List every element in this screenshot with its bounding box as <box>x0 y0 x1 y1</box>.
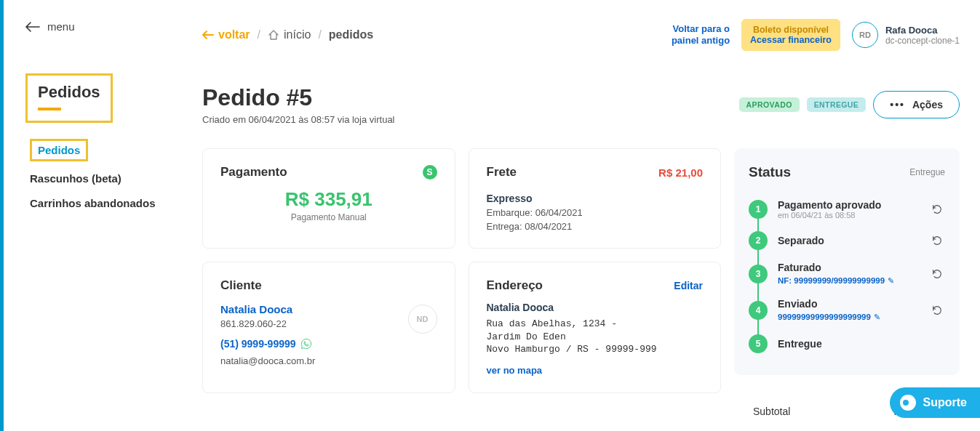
user-name: Rafa Dooca <box>885 25 960 36</box>
page-title: Pedido #5 <box>202 84 395 111</box>
avatar: RD <box>852 22 878 48</box>
address-line3: Novo Hamburgo / RS - 99999-999 <box>487 343 704 356</box>
user-box[interactable]: RD Rafa Dooca dc-concept-clone-1 <box>852 22 960 48</box>
shipping-type: Expresso <box>487 193 704 204</box>
pencil-icon[interactable]: ✎ <box>874 313 880 321</box>
payment-amount: R$ 335,91 <box>220 188 437 211</box>
sidebar-item-rascunhos[interactable]: Rascunhos (beta) <box>30 172 182 186</box>
breadcrumb-back[interactable]: voltar <box>202 28 250 41</box>
sidebar-item-carrinhos[interactable]: Carrinhos abandonados <box>30 196 182 211</box>
client-avatar: ND <box>408 305 437 334</box>
home-icon <box>268 30 279 40</box>
whatsapp-icon <box>300 338 312 350</box>
map-link[interactable]: ver no mapa <box>487 365 543 376</box>
timeline-step-1: 1 Pagamento aprovado em 06/04/21 às 08:5… <box>749 193 945 225</box>
chat-icon <box>900 395 916 411</box>
reload-icon[interactable] <box>929 266 945 282</box>
address-name: Natalia Dooca <box>487 302 704 313</box>
breadcrumb-home[interactable]: início <box>268 28 311 41</box>
sidebar-title-box: Pedidos <box>25 73 113 123</box>
user-org: dc-concept-clone-1 <box>885 36 960 46</box>
arrow-left-icon <box>202 31 214 39</box>
dollar-icon: S <box>423 165 437 180</box>
shipping-card: Frete R$ 21,00 Expresso Embarque: 06/04/… <box>469 148 722 249</box>
reload-icon[interactable] <box>929 233 945 249</box>
client-email: natalia@dooca.com.br <box>220 355 437 366</box>
breadcrumb: voltar / início / pedidos <box>202 28 373 41</box>
actions-button[interactable]: ••• Ações <box>873 91 960 118</box>
status-title: Status <box>749 164 791 180</box>
address-card: Endereço Editar Natalia Dooca Rua das Ab… <box>469 262 722 393</box>
timeline-step-4: 4 Enviado 99999999999999999999✎ <box>749 292 945 329</box>
address-title: Endereço <box>487 278 543 293</box>
shipping-delivery: Entrega: 08/04/2021 <box>487 221 704 232</box>
sidebar-item-pedidos[interactable]: Pedidos <box>30 139 88 161</box>
status-pill-entregue: ENTREGUE <box>807 97 867 112</box>
timeline-step-2: 2 Separado <box>749 225 945 256</box>
payment-title: Pagamento <box>220 165 287 180</box>
boleto-box: Boleto disponível Acessar financeiro <box>741 19 840 51</box>
reload-icon[interactable] <box>929 201 945 217</box>
boleto-status: Boleto disponível <box>750 25 832 35</box>
sidebar-title: Pedidos <box>38 83 100 102</box>
client-card: Cliente ND Natalia Dooca 861.829.060-22 … <box>202 262 455 393</box>
client-phone-link[interactable]: (51) 9999-99999 <box>220 338 437 350</box>
address-line1: Rua das Abelhas, 1234 - <box>487 318 704 331</box>
status-pill-aprovado: APROVADO <box>739 97 800 112</box>
painel-antigo-link[interactable]: Voltar para o painel antigo <box>672 23 730 47</box>
breadcrumb-sep: / <box>318 28 321 41</box>
breadcrumb-current: pedidos <box>329 28 373 41</box>
support-button[interactable]: Suporte <box>890 387 980 418</box>
shipping-price: R$ 21,00 <box>658 166 703 179</box>
payment-card: Pagamento S R$ 335,91 Pagamento Manual <box>202 148 455 249</box>
tracking-link[interactable]: 99999999999999999999 <box>778 313 871 321</box>
page-subtitle: Criado em 06/04/2021 às 08:57 via loja v… <box>202 114 395 125</box>
timeline-step-3: 3 Faturado NF: 99999999/99999999999✎ <box>749 256 945 292</box>
status-card: Status Entregue 1 Pagamento aprovado em … <box>734 148 960 375</box>
pencil-icon[interactable]: ✎ <box>888 276 894 285</box>
sidebar-underline <box>38 108 61 110</box>
timeline-step-5: 5 Entregue <box>749 329 945 359</box>
shipping-title: Frete <box>487 165 517 180</box>
nf-link[interactable]: NF: 99999999/99999999999 <box>778 276 885 285</box>
address-line2: Jardim Do Eden <box>487 331 704 344</box>
breadcrumb-sep: / <box>258 28 260 41</box>
arrow-left-icon <box>25 22 40 32</box>
acessar-financeiro-link[interactable]: Acessar financeiro <box>750 35 832 45</box>
subtotal-label: Subtotal <box>753 406 790 417</box>
client-doc: 861.829.060-22 <box>220 318 437 329</box>
menu-back-link[interactable]: menu <box>25 20 182 33</box>
client-name-link[interactable]: Natalia Dooca <box>220 303 437 315</box>
status-badge: Entregue <box>909 167 945 177</box>
edit-address-link[interactable]: Editar <box>674 280 703 291</box>
status-timeline: 1 Pagamento aprovado em 06/04/21 às 08:5… <box>749 193 945 359</box>
shipping-embark: Embarque: 06/04/2021 <box>487 207 704 218</box>
client-title: Cliente <box>220 278 437 293</box>
payment-method: Pagamento Manual <box>220 212 437 222</box>
dots-icon: ••• <box>890 99 905 110</box>
reload-icon[interactable] <box>929 302 945 318</box>
menu-label: menu <box>47 20 75 33</box>
